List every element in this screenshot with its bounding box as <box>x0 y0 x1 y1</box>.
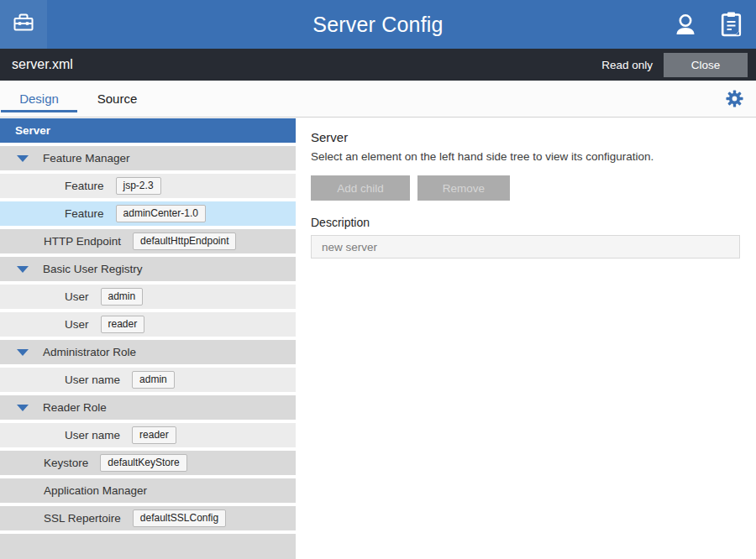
add-child-button[interactable]: Add child <box>311 175 410 201</box>
tree-item-feature-admincenter-1.0[interactable]: FeatureadminCenter-1.0 <box>0 201 296 226</box>
tree-item-value-badge: reader <box>132 426 176 444</box>
close-button[interactable]: Close <box>664 53 748 77</box>
tree-item-value-badge: jsp-2.3 <box>116 177 161 195</box>
tree-item-keystore-defaultkeystore[interactable]: KeystoredefaultKeyStore <box>0 451 296 475</box>
description-input[interactable] <box>311 235 740 259</box>
tree-item-user-name-admin[interactable]: User nameadmin <box>0 368 296 392</box>
tree-item-user-reader[interactable]: Userreader <box>0 312 296 337</box>
tree-item-application-manager[interactable]: Application Manager <box>0 478 296 503</box>
server-config-app: Server Config <box>0 0 756 559</box>
caret-down-icon[interactable] <box>17 405 29 411</box>
detail-subtitle: Select an element on the left hand side … <box>311 150 740 163</box>
tree-item-label: Keystore <box>44 457 88 469</box>
tree-item-label: User name <box>65 374 120 386</box>
remove-button[interactable]: Remove <box>417 175 510 201</box>
tree-item-ssl-repertoire-defaultsslconfig[interactable]: SSL RepertoiredefaultSSLConfig <box>0 506 296 530</box>
tab-source[interactable]: Source <box>78 81 156 117</box>
tree-item-value-badge: defaultKeyStore <box>100 454 186 472</box>
tree-item-label: HTTP Endpoint <box>44 235 121 248</box>
description-label: Description <box>311 216 740 229</box>
user-icon[interactable] <box>673 12 698 38</box>
tree-item-feature-manager[interactable]: Feature Manager <box>0 146 296 170</box>
tree-item-label: Basic User Registry <box>43 263 143 275</box>
tree-item-label: User <box>65 318 89 331</box>
tree-item-label: Application Manager <box>44 484 147 497</box>
tab-design[interactable]: Design <box>0 81 78 117</box>
app-title: Server Config <box>312 13 443 37</box>
clipboard-icon[interactable] <box>720 11 743 38</box>
detail-panel: Server Select an element on the left han… <box>296 118 756 559</box>
tree-item-label: User <box>65 290 89 303</box>
toolbox-icon <box>12 11 35 38</box>
tree-item-label: Feature <box>65 207 104 220</box>
caret-down-icon[interactable] <box>17 349 29 356</box>
tree-item-value-badge: defaultSSLConfig <box>133 509 226 527</box>
tree-item-server[interactable]: Server <box>0 118 296 143</box>
file-bar: server.xml Read only Close <box>0 49 756 81</box>
tree-filler <box>0 534 296 559</box>
tree-item-basic-user-registry[interactable]: Basic User Registry <box>0 257 296 281</box>
tree-item-value-badge: adminCenter-1.0 <box>116 205 206 222</box>
main-content: ServerFeature ManagerFeaturejsp-2.3Featu… <box>0 118 756 559</box>
tree-item-label: Reader Role <box>43 401 107 414</box>
tree-item-label: Feature <box>65 180 104 192</box>
tree-item-label: Administrator Role <box>43 346 136 358</box>
tree-item-label: Server <box>15 124 50 137</box>
tree-item-administrator-role[interactable]: Administrator Role <box>0 340 296 364</box>
filename: server.xml <box>12 57 73 72</box>
tab-bar: Design Source <box>0 81 756 118</box>
tree-item-label: Feature Manager <box>43 152 130 165</box>
tree-item-label: User name <box>65 429 120 441</box>
caret-down-icon[interactable] <box>17 155 29 162</box>
toolbox-button[interactable] <box>0 0 47 49</box>
tree-item-user-name-reader[interactable]: User namereader <box>0 423 296 447</box>
caret-down-icon[interactable] <box>17 266 29 273</box>
tree-item-value-badge: defaultHttpEndpoint <box>133 232 236 250</box>
tree-item-http-endpoint-defaulthttpendpoint[interactable]: HTTP EndpointdefaultHttpEndpoint <box>0 229 296 253</box>
tree-item-value-badge: admin <box>101 288 144 306</box>
tree-item-value-badge: admin <box>132 371 175 389</box>
read-only-label: Read only <box>601 59 653 71</box>
settings-gear-icon[interactable] <box>726 81 756 117</box>
config-tree: ServerFeature ManagerFeaturejsp-2.3Featu… <box>0 118 296 559</box>
tree-item-label: SSL Repertoire <box>44 512 121 525</box>
app-header: Server Config <box>0 0 756 49</box>
tree-item-reader-role[interactable]: Reader Role <box>0 395 296 420</box>
tree-item-feature-jsp-2.3[interactable]: Featurejsp-2.3 <box>0 174 296 198</box>
detail-title: Server <box>311 130 740 144</box>
tree-item-user-admin[interactable]: Useradmin <box>0 285 296 309</box>
tree-item-value-badge: reader <box>101 316 145 333</box>
